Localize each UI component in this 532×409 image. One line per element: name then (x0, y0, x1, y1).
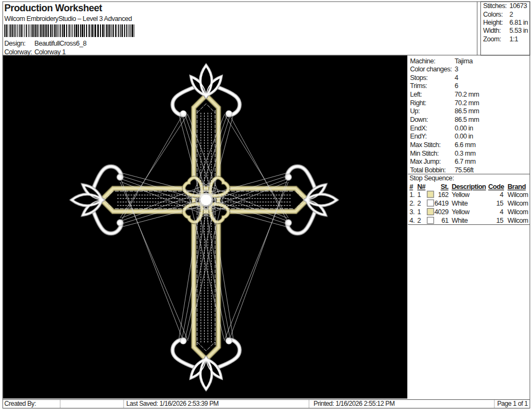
svg-text:N#: N# (418, 183, 426, 191)
svg-text:BeautifullCross6_8: BeautifullCross6_8 (34, 40, 87, 47)
svg-text:15: 15 (497, 217, 504, 224)
svg-text:2: 2 (418, 217, 421, 224)
svg-text:4: 4 (455, 74, 458, 82)
svg-text:#: # (409, 183, 413, 191)
svg-text:1.: 1. (409, 191, 415, 199)
svg-text:2: 2 (418, 200, 421, 207)
svg-text:EndY:: EndY: (410, 133, 427, 140)
svg-text:Colors:: Colors: (483, 11, 502, 18)
svg-text:Wilcom: Wilcom (508, 208, 528, 216)
svg-text:Zoom:: Zoom: (483, 35, 501, 43)
svg-text:4.: 4. (409, 217, 415, 224)
svg-text:162: 162 (438, 191, 449, 199)
svg-text:6.81 in: 6.81 in (509, 19, 528, 26)
svg-text:Stops:: Stops: (410, 74, 428, 82)
svg-text:Colorway 1: Colorway 1 (34, 48, 66, 56)
svg-text:Height:: Height: (483, 19, 502, 26)
svg-text:3.: 3. (409, 208, 415, 216)
svg-text:White: White (452, 200, 468, 207)
svg-text:Down:: Down: (410, 116, 428, 123)
svg-text:St.: St. (441, 183, 449, 191)
svg-text:Tajima: Tajima (455, 57, 473, 65)
svg-text:Wilcom: Wilcom (508, 191, 528, 199)
svg-text:Total Bobbin:: Total Bobbin: (410, 166, 445, 174)
svg-text:0.00 in: 0.00 in (455, 133, 473, 140)
svg-text:Max Jump:: Max Jump: (410, 158, 441, 165)
svg-text:3: 3 (455, 65, 458, 73)
svg-text:EndX:: EndX: (410, 125, 427, 132)
svg-text:1: 1 (418, 208, 421, 216)
svg-text:10673: 10673 (509, 2, 527, 10)
svg-text:1: 1 (418, 191, 421, 199)
svg-text:Min Stitch:: Min Stitch: (410, 150, 438, 157)
svg-text:1:1: 1:1 (509, 35, 519, 43)
svg-text:4: 4 (500, 208, 504, 216)
svg-text:61: 61 (441, 217, 449, 224)
svg-text:Brand: Brand (508, 183, 526, 191)
svg-text:75.56ft: 75.56ft (455, 166, 474, 174)
svg-text:Yellow: Yellow (452, 191, 470, 199)
svg-text:Up:: Up: (410, 107, 420, 115)
svg-text:6: 6 (455, 82, 458, 90)
svg-text:Production Worksheet: Production Worksheet (4, 3, 102, 13)
svg-text:Color changes:: Color changes: (410, 65, 452, 73)
svg-text:6.7 mm: 6.7 mm (455, 158, 476, 165)
svg-text:Description: Description (452, 183, 486, 191)
svg-text:Machine:: Machine: (410, 57, 435, 65)
svg-text:2.: 2. (409, 200, 415, 207)
svg-text:Printed: 1/16/2026 2:55:12 PM: Printed: 1/16/2026 2:55:12 PM (314, 400, 395, 407)
svg-text:Wilcom: Wilcom (508, 200, 528, 207)
svg-text:6419: 6419 (434, 200, 449, 207)
svg-text:70.2 mm: 70.2 mm (455, 91, 479, 98)
svg-text:70.2 mm: 70.2 mm (455, 99, 479, 107)
svg-text:Created By:: Created By: (4, 400, 36, 407)
svg-text:5.53 in: 5.53 in (509, 27, 528, 34)
svg-text:Trims:: Trims: (410, 82, 427, 90)
svg-text:White: White (452, 217, 468, 224)
svg-text:2: 2 (509, 11, 513, 18)
svg-text:Wilcom EmbroideryStudio – Leve: Wilcom EmbroideryStudio – Level 3 Advanc… (4, 15, 132, 23)
svg-text:Stitches:: Stitches: (483, 2, 507, 10)
svg-text:Right:: Right: (410, 99, 426, 107)
svg-text:Last Saved: 1/16/2026 2:53:39: Last Saved: 1/16/2026 2:53:39 PM (126, 400, 219, 407)
svg-text:86.5 mm: 86.5 mm (455, 107, 479, 115)
svg-text:86.5 mm: 86.5 mm (455, 116, 479, 123)
svg-text:Left:: Left: (410, 91, 422, 98)
svg-text:4: 4 (500, 191, 504, 199)
svg-text:6.6 mm: 6.6 mm (455, 141, 476, 149)
svg-text:0.3 mm: 0.3 mm (455, 150, 476, 157)
svg-text:0.00 in: 0.00 in (455, 125, 473, 132)
svg-text:Max Stitch:: Max Stitch: (410, 141, 441, 149)
svg-text:Wilcom: Wilcom (508, 217, 528, 224)
svg-text:Stop Sequence:: Stop Sequence: (409, 174, 454, 182)
svg-text:Code: Code (488, 183, 505, 191)
svg-text:Page 1 of 1: Page 1 of 1 (497, 400, 528, 407)
svg-text:Colorway:: Colorway: (4, 48, 32, 56)
svg-text:Yellow: Yellow (452, 208, 470, 216)
svg-text:4029: 4029 (434, 208, 449, 216)
svg-text:Width:: Width: (483, 27, 501, 34)
svg-text:Design:: Design: (4, 40, 25, 47)
svg-text:15: 15 (497, 200, 504, 207)
